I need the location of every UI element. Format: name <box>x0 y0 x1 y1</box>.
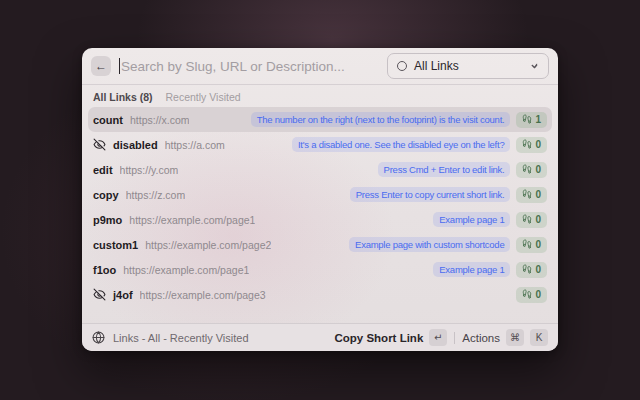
link-url: https://example.com/page1 <box>129 214 255 226</box>
filter-dropdown[interactable]: All Links <box>387 53 549 79</box>
circle-icon <box>397 61 407 71</box>
actions-menu-button[interactable]: Actions ⌘ K <box>462 329 548 346</box>
visit-count: 0 <box>535 164 541 175</box>
link-slug: copy <box>93 189 119 201</box>
link-row-copy[interactable]: copy https://z.com Press Enter to copy c… <box>88 182 552 207</box>
search-input[interactable] <box>121 59 379 74</box>
section-recently-visited: Recently Visited <box>166 91 241 103</box>
visit-count-badge: 1 <box>516 112 547 128</box>
visit-count: 0 <box>535 264 541 275</box>
cmd-key-icon: ⌘ <box>506 329 524 346</box>
filter-selected-value: All Links <box>414 59 459 73</box>
link-slug: disabled <box>113 139 158 151</box>
enter-key-icon: ↵ <box>429 329 447 346</box>
visit-count-badge: 0 <box>516 262 547 278</box>
link-description-tag: It's a disabled one. See the disabled ey… <box>292 137 510 152</box>
text-cursor <box>119 58 120 74</box>
section-all-links: All Links (8) <box>93 91 153 103</box>
visit-count-badge: 0 <box>516 287 547 303</box>
visit-count-badge: 0 <box>516 212 547 228</box>
link-url: https://z.com <box>126 189 186 201</box>
visit-count: 0 <box>535 139 541 150</box>
footprints-icon <box>522 289 532 301</box>
link-row-custom1[interactable]: custom1 https://example.com/page2 Exampl… <box>88 232 552 257</box>
link-description-tag: Press Cmd + Enter to edit link. <box>378 162 511 177</box>
back-button[interactable]: ← <box>91 56 111 76</box>
link-row-f1oo[interactable]: f1oo https://example.com/page1 Example p… <box>88 257 552 282</box>
footprints-icon <box>522 114 532 126</box>
breadcrumb: Links - All - Recently Visited <box>113 332 249 344</box>
link-description-tag: Example page with custom shortcode <box>349 237 510 252</box>
link-description-tag: Example page 1 <box>433 262 510 277</box>
link-slug: j4of <box>113 289 133 301</box>
link-url: https://example.com/page3 <box>140 289 266 301</box>
footprints-icon <box>522 214 532 226</box>
link-slug: p9mo <box>93 214 122 226</box>
footprints-icon <box>522 264 532 276</box>
k-key-icon: K <box>530 329 548 346</box>
footprints-icon <box>522 239 532 251</box>
search-bar: ← All Links <box>82 48 558 84</box>
link-url: https://example.com/page2 <box>145 239 271 251</box>
visit-count: 0 <box>535 214 541 225</box>
link-row-count[interactable]: count https://x.com The number on the ri… <box>88 107 552 132</box>
visit-count-badge: 0 <box>516 187 547 203</box>
link-url: https://example.com/page1 <box>123 264 249 276</box>
footprints-icon <box>522 189 532 201</box>
link-row-disabled[interactable]: disabled https://a.com It's a disabled o… <box>88 132 552 157</box>
footer-separator <box>454 332 455 344</box>
link-slug: edit <box>93 164 113 176</box>
link-slug: count <box>93 114 123 126</box>
link-row-p9mo[interactable]: p9mo https://example.com/page1 Example p… <box>88 207 552 232</box>
copy-short-link-action[interactable]: Copy Short Link ↵ <box>334 329 447 346</box>
link-url: https://y.com <box>120 164 179 176</box>
links-list: count https://x.com The number on the ri… <box>82 106 558 307</box>
list-spacer <box>82 307 558 323</box>
visit-count: 1 <box>535 114 541 125</box>
link-url: https://x.com <box>130 114 190 126</box>
link-slug: custom1 <box>93 239 138 251</box>
primary-action-label: Copy Short Link <box>334 332 423 344</box>
link-description-tag: Press Enter to copy current short link. <box>350 187 511 202</box>
globe-icon <box>92 331 105 344</box>
footer-bar: Links - All - Recently Visited Copy Shor… <box>82 323 558 351</box>
section-header: All Links (8) Recently Visited <box>82 85 558 106</box>
link-url: https://a.com <box>165 139 225 151</box>
search-field-wrap <box>119 58 379 74</box>
visit-count-badge: 0 <box>516 137 547 153</box>
link-slug: f1oo <box>93 264 116 276</box>
eye-off-icon <box>93 138 106 151</box>
visit-count-badge: 0 <box>516 237 547 253</box>
visit-count-badge: 0 <box>516 162 547 178</box>
back-icon: ← <box>95 60 107 72</box>
link-row-j4of[interactable]: j4of https://example.com/page3 0 <box>88 282 552 307</box>
link-description-tag: Example page 1 <box>433 212 510 227</box>
footprints-icon <box>522 164 532 176</box>
visit-count: 0 <box>535 289 541 300</box>
footprints-icon <box>522 139 532 151</box>
link-row-edit[interactable]: edit https://y.com Press Cmd + Enter to … <box>88 157 552 182</box>
actions-label: Actions <box>462 332 500 344</box>
chevron-down-icon <box>530 62 539 71</box>
launcher-window: ← All Links All Links (8) Recently Visit… <box>82 48 558 351</box>
visit-count: 0 <box>535 239 541 250</box>
visit-count: 0 <box>535 189 541 200</box>
link-description-tag: The number on the right (next to the foo… <box>251 112 511 127</box>
eye-off-icon <box>93 288 106 301</box>
